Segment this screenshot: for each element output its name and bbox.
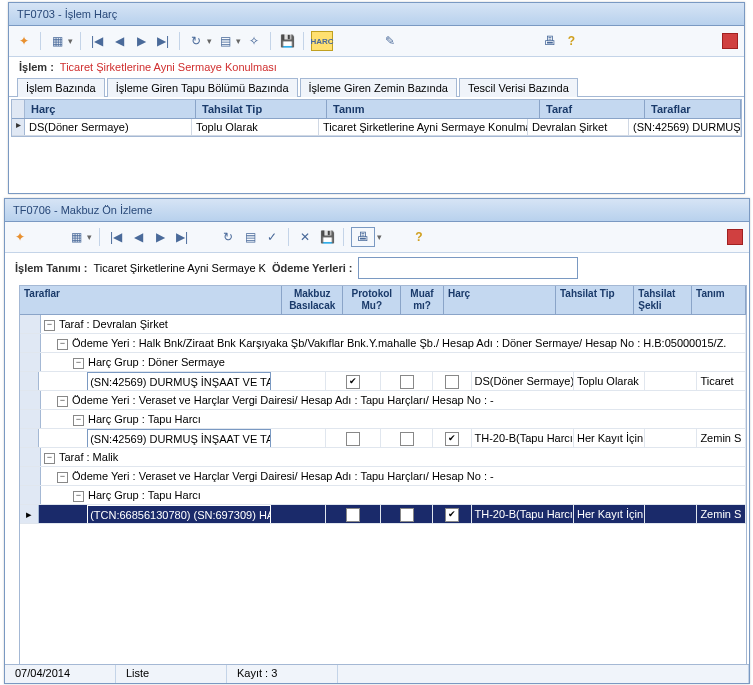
close-button[interactable] [727, 229, 743, 245]
export-icon[interactable]: ▤ [241, 228, 259, 246]
th-muaf[interactable]: Muaf mı? [401, 286, 444, 314]
tool-icon[interactable]: ✎ [381, 32, 399, 50]
titlebar-win2: TF0706 - Makbuz Ön İzleme [5, 199, 749, 222]
nav-next-icon[interactable]: ▶ [132, 32, 150, 50]
tabs-win1: İşlem Bazında İşleme Giren Tapu Bölümü B… [9, 77, 744, 97]
th-tahtip[interactable]: Tahsilat Tip [556, 286, 634, 314]
nav-first-icon[interactable]: |◀ [88, 32, 106, 50]
tree-grid: Taraflar Makbuz Basılacak Protokol Mu? M… [19, 285, 747, 665]
check-icon[interactable]: ✓ [263, 228, 281, 246]
row-indicator-icon: ▸ [12, 119, 25, 135]
th-protokol[interactable]: Protokol Mu? [343, 286, 401, 314]
cell-harc: DS(Döner Sermaye) [25, 119, 192, 135]
tree-leaf-row[interactable]: (SN:42569) DURMUŞ İNŞAAT VE TAAH. F TH-2… [20, 429, 746, 448]
window-makbuz-onizleme: TF0706 - Makbuz Ön İzleme ✦ ▦▾ |◀ ◀ ▶ ▶|… [4, 198, 750, 684]
save-icon[interactable]: 💾 [318, 228, 336, 246]
cell-tanim: Ticaret Şirketlerine Ayni Sermaye Konulm… [319, 119, 528, 135]
nav-first-icon[interactable]: |◀ [107, 228, 125, 246]
th-tahsekli[interactable]: Tahsilat Şekli [634, 286, 692, 314]
grid-win1: Harç Tahsilat Tip Tanım Taraf Taraflar ▸… [11, 99, 742, 137]
collapse-icon[interactable]: − [44, 453, 55, 464]
tab-tapu-bolumu[interactable]: İşleme Giren Tapu Bölümü Bazında [107, 78, 298, 97]
status-kayit: Kayıt : 3 [227, 665, 338, 683]
delete-icon[interactable]: ✕ [296, 228, 314, 246]
tree-odeme-row[interactable]: −Ödeme Yeri : Veraset ve Harçlar Vergi D… [20, 391, 746, 410]
toolbar-win1: ✦ ▦▾ |◀ ◀ ▶ ▶| ↻▾ ▤▾ ✧ 💾 HARC ✎ 🖶 ? [9, 26, 744, 57]
tree-grup-row[interactable]: −Harç Grup : Tapu Harcı [20, 486, 746, 505]
makbuz-checkbox[interactable] [346, 432, 360, 446]
islem-label: İşlem : [19, 61, 54, 73]
nav-prev-icon[interactable]: ◀ [110, 32, 128, 50]
tab-zemin[interactable]: İşleme Giren Zemin Bazında [300, 78, 457, 97]
window-islem-harc: TF0703 - İşlem Harç ✦ ▦▾ |◀ ◀ ▶ ▶| ↻▾ ▤▾… [8, 2, 745, 194]
collapse-icon[interactable]: − [73, 415, 84, 426]
nav-last-icon[interactable]: ▶| [154, 32, 172, 50]
th-harc[interactable]: Harç [444, 286, 556, 314]
toolbar-win2: ✦ ▦▾ |◀ ◀ ▶ ▶| ↻ ▤ ✓ ✕ 💾 🖶▾ ? [5, 222, 749, 253]
th-makbuz[interactable]: Makbuz Basılacak [282, 286, 343, 314]
collapse-icon[interactable]: − [57, 472, 68, 483]
muaf-checkbox[interactable] [445, 375, 459, 389]
islem-tanimi-value: Ticaret Şirketlerine Ayni Sermaye K [94, 262, 266, 274]
islem-tanimi-label: İşlem Tanımı : [15, 262, 88, 274]
calendar-icon[interactable]: ▦ [48, 32, 66, 50]
harc-icon[interactable]: HARC [311, 31, 333, 51]
odeme-yerleri-label: Ödeme Yerleri : [272, 262, 353, 274]
protokol-checkbox[interactable] [400, 432, 414, 446]
app-logo-icon: ✦ [11, 228, 29, 246]
print-icon[interactable]: 🖶 [351, 227, 375, 247]
collapse-icon[interactable]: − [73, 358, 84, 369]
tab-islem-bazinda[interactable]: İşlem Bazında [17, 78, 105, 97]
tree-taraf-row[interactable]: −Taraf : Devralan Şirket [20, 315, 746, 334]
nav-prev-icon[interactable]: ◀ [129, 228, 147, 246]
nav-last-icon[interactable]: ▶| [173, 228, 191, 246]
close-button[interactable] [722, 33, 738, 49]
th-taraflar[interactable]: Taraflar [20, 286, 282, 314]
new-icon[interactable]: ✧ [245, 32, 263, 50]
save-icon[interactable]: 💾 [278, 32, 296, 50]
status-date: 07/04/2014 [5, 665, 116, 683]
col-harc[interactable]: Harç [25, 100, 196, 118]
refresh-icon[interactable]: ↻ [219, 228, 237, 246]
tree-odeme-row[interactable]: −Ödeme Yeri : Veraset ve Harçlar Vergi D… [20, 467, 746, 486]
tree-odeme-row[interactable]: −Ödeme Yeri : Halk Bnk/Ziraat Bnk Karşıy… [20, 334, 746, 353]
islem-value: Ticaret Şirketlerine Ayni Sermaye Konulm… [60, 61, 277, 73]
titlebar-win1: TF0703 - İşlem Harç [9, 3, 744, 26]
cell-tahsilat: Toplu Olarak [192, 119, 319, 135]
protokol-checkbox[interactable] [400, 375, 414, 389]
muaf-checkbox[interactable] [445, 432, 459, 446]
tree-leaf-row-selected[interactable]: ▸ (TCN:66856130780) (SN:697309) HASAN TH… [20, 505, 746, 524]
cell-taraflar: (SN:42569) DURMUŞ İNŞA [629, 119, 741, 135]
collapse-icon[interactable]: − [73, 491, 84, 502]
protokol-checkbox[interactable] [400, 508, 414, 522]
status-mode: Liste [116, 665, 227, 683]
print-icon[interactable]: 🖶 [541, 32, 559, 50]
col-tahsilat[interactable]: Tahsilat Tip [196, 100, 327, 118]
col-tanim[interactable]: Tanım [327, 100, 540, 118]
muaf-checkbox[interactable] [445, 508, 459, 522]
tree-leaf-row[interactable]: (SN:42569) DURMUŞ İNŞAAT VE TAAH. F DS(D… [20, 372, 746, 391]
col-taraflar[interactable]: Taraflar [645, 100, 741, 118]
app-logo-icon: ✦ [15, 32, 33, 50]
makbuz-checkbox[interactable] [346, 375, 360, 389]
nav-next-icon[interactable]: ▶ [151, 228, 169, 246]
refresh-icon[interactable]: ↻ [187, 32, 205, 50]
tree-grup-row[interactable]: −Harç Grup : Tapu Harcı [20, 410, 746, 429]
th-tanim[interactable]: Tanım [692, 286, 746, 314]
collapse-icon[interactable]: − [57, 339, 68, 350]
statusbar: 07/04/2014 Liste Kayıt : 3 [5, 664, 749, 683]
collapse-icon[interactable]: − [57, 396, 68, 407]
export-icon[interactable]: ▤ [216, 32, 234, 50]
help-icon[interactable]: ? [410, 228, 428, 246]
tree-taraf-row[interactable]: −Taraf : Malik [20, 448, 746, 467]
tab-tescil[interactable]: Tescil Verisi Bazında [459, 78, 578, 97]
help-icon[interactable]: ? [563, 32, 581, 50]
col-taraf[interactable]: Taraf [540, 100, 645, 118]
cell-taraf: Devralan Şirket [528, 119, 629, 135]
calendar-icon[interactable]: ▦ [67, 228, 85, 246]
odeme-yerleri-input[interactable] [358, 257, 578, 279]
grid-row[interactable]: ▸ DS(Döner Sermaye) Toplu Olarak Ticaret… [12, 119, 741, 136]
makbuz-checkbox[interactable] [346, 508, 360, 522]
tree-grup-row[interactable]: −Harç Grup : Döner Sermaye [20, 353, 746, 372]
collapse-icon[interactable]: − [44, 320, 55, 331]
